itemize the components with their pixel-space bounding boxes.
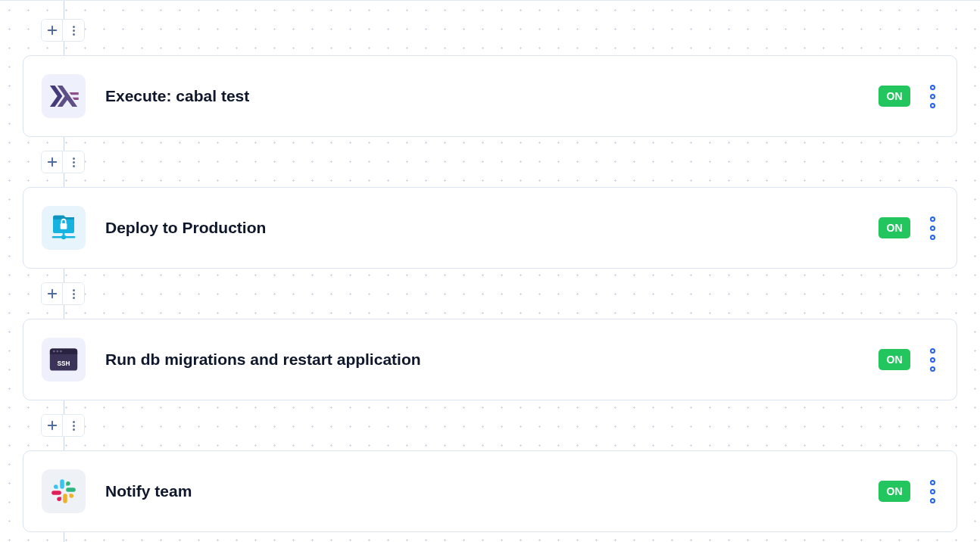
pipeline: Execute: cabal test ON bbox=[0, 1, 980, 542]
svg-rect-1 bbox=[61, 223, 67, 229]
haskell-icon bbox=[42, 74, 86, 118]
pipeline-step[interactable]: Deploy to Production ON bbox=[23, 187, 957, 269]
svg-point-8 bbox=[53, 350, 55, 353]
toggle-on-button[interactable]: ON bbox=[879, 349, 910, 370]
deploy-lock-icon bbox=[42, 206, 86, 250]
svg-point-3 bbox=[61, 235, 66, 239]
pipeline-step[interactable]: Execute: cabal test ON bbox=[23, 55, 957, 137]
step-menu-button[interactable] bbox=[927, 477, 938, 506]
step-title: Execute: cabal test bbox=[105, 87, 879, 105]
add-step-button[interactable] bbox=[42, 415, 63, 436]
add-step-button[interactable] bbox=[42, 151, 63, 173]
menu-dot-icon bbox=[930, 94, 935, 99]
step-actions: ON bbox=[879, 477, 938, 506]
ssh-terminal-icon: SSH bbox=[42, 338, 86, 382]
pipeline-step[interactable]: Notify team ON bbox=[23, 450, 957, 532]
svg-point-10 bbox=[60, 350, 62, 353]
dots-vertical-icon bbox=[73, 157, 75, 167]
dots-vertical-icon bbox=[73, 421, 75, 431]
svg-rect-13 bbox=[66, 487, 76, 492]
step-menu-button[interactable] bbox=[927, 82, 938, 111]
add-step-control bbox=[41, 151, 85, 173]
menu-dot-icon bbox=[930, 85, 935, 90]
add-step-button[interactable] bbox=[42, 20, 63, 41]
add-step-menu-button[interactable] bbox=[63, 151, 84, 173]
step-actions: ON bbox=[879, 213, 938, 243]
add-step-control bbox=[41, 19, 85, 42]
menu-dot-icon bbox=[930, 348, 935, 354]
add-step-control bbox=[41, 282, 85, 305]
dots-vertical-icon bbox=[73, 289, 75, 299]
step-menu-button[interactable] bbox=[927, 345, 938, 375]
svg-rect-12 bbox=[60, 479, 64, 489]
step-title: Notify team bbox=[105, 482, 879, 500]
menu-dot-icon bbox=[930, 480, 935, 485]
svg-point-9 bbox=[56, 350, 58, 353]
pipeline-step[interactable]: SSH Run db migrations and restart applic… bbox=[23, 319, 957, 400]
plus-icon bbox=[47, 25, 58, 36]
menu-dot-icon bbox=[930, 498, 935, 503]
step-title: Run db migrations and restart applicatio… bbox=[105, 350, 879, 369]
menu-dot-icon bbox=[930, 226, 935, 231]
add-step-menu-button[interactable] bbox=[63, 415, 84, 436]
add-step-menu-button[interactable] bbox=[63, 20, 84, 41]
add-step-control bbox=[41, 414, 85, 437]
add-step-menu-button[interactable] bbox=[63, 283, 84, 304]
slack-icon bbox=[42, 469, 86, 513]
toggle-on-button[interactable]: ON bbox=[879, 217, 910, 238]
toggle-on-button[interactable]: ON bbox=[879, 481, 910, 502]
menu-dot-icon bbox=[930, 357, 935, 363]
svg-text:SSH: SSH bbox=[58, 360, 70, 367]
menu-dot-icon bbox=[930, 366, 935, 372]
menu-dot-icon bbox=[930, 489, 935, 494]
svg-rect-15 bbox=[51, 491, 61, 495]
menu-dot-icon bbox=[930, 103, 935, 108]
step-actions: ON bbox=[879, 345, 938, 375]
toggle-on-button[interactable]: ON bbox=[879, 86, 910, 107]
dots-vertical-icon bbox=[73, 26, 75, 36]
plus-icon bbox=[47, 420, 58, 431]
menu-dot-icon bbox=[930, 216, 935, 222]
svg-rect-14 bbox=[63, 494, 67, 503]
add-step-button[interactable] bbox=[42, 283, 63, 304]
svg-rect-7 bbox=[50, 353, 77, 354]
step-actions: ON bbox=[879, 82, 938, 111]
menu-dot-icon bbox=[930, 235, 935, 240]
step-title: Deploy to Production bbox=[105, 219, 879, 237]
step-menu-button[interactable] bbox=[927, 213, 938, 243]
pipeline-canvas: Execute: cabal test ON bbox=[0, 0, 980, 542]
plus-icon bbox=[47, 288, 58, 299]
plus-icon bbox=[47, 157, 58, 167]
